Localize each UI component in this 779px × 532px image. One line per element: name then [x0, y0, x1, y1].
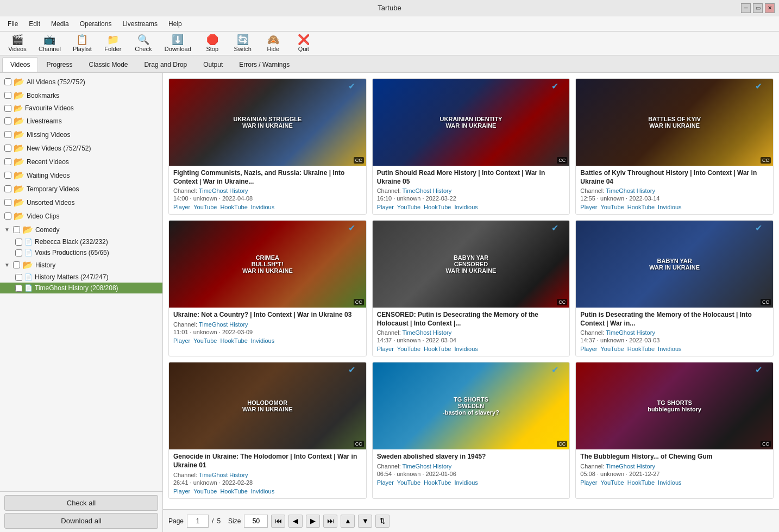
- tab-classic-mode[interactable]: Classic Mode: [81, 57, 136, 72]
- prev-page-button[interactable]: ◀: [288, 515, 303, 528]
- player-link-1[interactable]: Player: [377, 204, 394, 210]
- livestreams-checkbox[interactable]: [4, 117, 11, 124]
- next-page-button[interactable]: ▶: [306, 515, 320, 528]
- hooktube-link-3[interactable]: HookTube: [220, 337, 247, 344]
- menu-edit[interactable]: Edit: [23, 18, 46, 30]
- sidebar-item-temporary-videos[interactable]: 📂 Temporary Videos: [0, 182, 162, 196]
- channel-link-5[interactable]: TimeGhost History: [606, 329, 655, 336]
- sidebar-item-livestreams[interactable]: 📂 Livestreams: [0, 114, 162, 128]
- temporary-videos-checkbox[interactable]: [4, 185, 11, 192]
- sort-button[interactable]: ⇅: [375, 515, 389, 528]
- waiting-videos-checkbox[interactable]: [4, 172, 11, 179]
- player-link-0[interactable]: Player: [173, 204, 190, 210]
- channel-link-4[interactable]: TimeGhost History: [403, 329, 452, 336]
- close-button[interactable]: ✕: [765, 3, 775, 13]
- thumb-check-6[interactable]: ✔: [348, 365, 355, 375]
- playlist-btn[interactable]: 📋 Playlist: [68, 33, 97, 54]
- sidebar-item-favourite-videos[interactable]: 📂 Favourite Videos: [0, 102, 162, 114]
- menu-media[interactable]: Media: [46, 18, 74, 30]
- rebecca-black-checkbox[interactable]: [15, 239, 22, 246]
- sidebar-item-video-clips[interactable]: 📂 Video Clips: [0, 209, 162, 223]
- last-page-button[interactable]: ⏭: [323, 515, 337, 528]
- page-size-input[interactable]: [244, 515, 268, 528]
- tab-progress[interactable]: Progress: [38, 57, 80, 72]
- channel-link-7[interactable]: TimeGhost History: [403, 463, 452, 470]
- thumb-check-1[interactable]: ✔: [551, 81, 558, 91]
- sidebar-item-history-matters[interactable]: 📄 History Matters (247/247): [0, 272, 162, 283]
- download-all-button[interactable]: Download all: [4, 513, 158, 529]
- player-link-3[interactable]: Player: [173, 337, 190, 344]
- invidious-link-7[interactable]: Invidious: [454, 479, 478, 486]
- channel-link-8[interactable]: TimeGhost History: [606, 463, 655, 470]
- stop-btn[interactable]: 🛑 Stop: [198, 33, 227, 54]
- page-input[interactable]: [187, 515, 209, 528]
- youtube-link-8[interactable]: YouTube: [601, 479, 624, 486]
- invidious-link-2[interactable]: Invidious: [658, 204, 681, 210]
- invidious-link-0[interactable]: Invidious: [251, 204, 274, 210]
- invidious-link-4[interactable]: Invidious: [454, 346, 478, 352]
- channel-btn[interactable]: 📺 Channel: [34, 33, 66, 54]
- thumb-check-8[interactable]: ✔: [755, 365, 762, 375]
- invidious-link-8[interactable]: Invidious: [658, 479, 681, 486]
- new-videos-checkbox[interactable]: [4, 145, 11, 152]
- bookmarks-checkbox[interactable]: [4, 92, 11, 99]
- invidious-link-6[interactable]: Invidious: [251, 488, 274, 495]
- sidebar-item-recent-videos[interactable]: 📂 Recent Videos: [0, 155, 162, 168]
- youtube-link-7[interactable]: YouTube: [397, 479, 420, 486]
- player-link-8[interactable]: Player: [580, 479, 597, 486]
- video-clips-checkbox[interactable]: [4, 212, 11, 220]
- thumb-check-2[interactable]: ✔: [755, 81, 762, 91]
- thumb-check-0[interactable]: ✔: [348, 81, 355, 91]
- invidious-link-1[interactable]: Invidious: [454, 204, 478, 210]
- minimize-button[interactable]: ─: [741, 3, 751, 13]
- menu-operations[interactable]: Operations: [74, 18, 117, 30]
- sidebar-item-all-videos[interactable]: 📂 All Videos (752/752): [0, 75, 162, 89]
- hooktube-link-8[interactable]: HookTube: [627, 479, 655, 486]
- youtube-link-5[interactable]: YouTube: [601, 346, 624, 352]
- comedy-expand-arrow[interactable]: ▼: [4, 227, 10, 233]
- youtube-link-2[interactable]: YouTube: [601, 204, 624, 210]
- youtube-link-6[interactable]: YouTube: [193, 488, 217, 495]
- player-link-7[interactable]: Player: [377, 479, 394, 486]
- check-all-button[interactable]: Check all: [4, 495, 158, 511]
- hooktube-link-6[interactable]: HookTube: [220, 488, 247, 495]
- videos-btn[interactable]: 🎬 Videos: [3, 33, 32, 54]
- hooktube-link-7[interactable]: HookTube: [424, 479, 451, 486]
- history-expand-arrow[interactable]: ▼: [4, 262, 10, 268]
- hooktube-link-0[interactable]: HookTube: [220, 204, 247, 210]
- sidebar-item-timeghost[interactable]: 📄 TimeGhost History (208/208): [0, 283, 162, 293]
- hooktube-link-1[interactable]: HookTube: [424, 204, 451, 210]
- all-videos-checkbox[interactable]: [4, 78, 11, 85]
- recent-videos-checkbox[interactable]: [4, 158, 11, 165]
- history-checkbox[interactable]: [13, 261, 20, 268]
- quit-btn[interactable]: ❌ Quit: [290, 33, 318, 54]
- menu-livestreams[interactable]: Livestreams: [117, 18, 163, 30]
- youtube-link-4[interactable]: YouTube: [397, 346, 420, 352]
- menu-file[interactable]: File: [2, 18, 23, 30]
- thumb-check-5[interactable]: ✔: [755, 223, 762, 233]
- tab-drag-drop[interactable]: Drag and Drop: [136, 57, 196, 72]
- sidebar-item-waiting-videos[interactable]: 📂 Waiting Videos: [0, 168, 162, 182]
- download-btn[interactable]: ⬇️ Download: [160, 33, 196, 54]
- youtube-link-1[interactable]: YouTube: [397, 204, 420, 210]
- youtube-link-3[interactable]: YouTube: [193, 337, 217, 344]
- timeghost-checkbox[interactable]: [15, 285, 22, 292]
- channel-link-2[interactable]: TimeGhost History: [606, 187, 655, 194]
- sidebar-item-voxis[interactable]: 📄 Voxis Productions (65/65): [0, 247, 162, 258]
- menu-help[interactable]: Help: [163, 18, 187, 30]
- hide-btn[interactable]: 🙈 Hide: [259, 33, 287, 54]
- thumb-check-4[interactable]: ✔: [551, 223, 558, 233]
- channel-link-0[interactable]: TimeGhost History: [199, 187, 248, 194]
- thumb-check-7[interactable]: ✔: [551, 365, 558, 375]
- invidious-link-3[interactable]: Invidious: [251, 337, 274, 344]
- history-matters-checkbox[interactable]: [15, 274, 22, 281]
- tab-errors[interactable]: Errors / Warnings: [231, 57, 298, 72]
- channel-link-6[interactable]: TimeGhost History: [199, 472, 248, 478]
- player-link-6[interactable]: Player: [173, 488, 190, 495]
- channel-link-1[interactable]: TimeGhost History: [403, 187, 452, 194]
- player-link-2[interactable]: Player: [580, 204, 597, 210]
- scroll-up-button[interactable]: ▲: [341, 515, 355, 528]
- player-link-5[interactable]: Player: [580, 346, 597, 352]
- favourite-videos-checkbox[interactable]: [4, 105, 11, 112]
- sidebar-item-new-videos[interactable]: 📂 New Videos (752/752): [0, 141, 162, 155]
